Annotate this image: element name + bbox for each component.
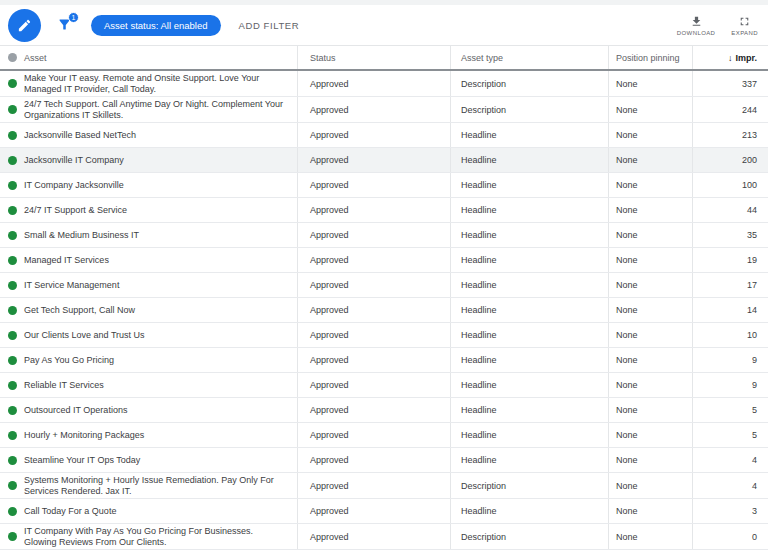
status-cell: Approved xyxy=(297,373,450,397)
asset-cell: 24/7 IT Support & Service xyxy=(0,198,297,222)
table-row[interactable]: Systems Monitoring + Hourly Issue Remedi… xyxy=(0,473,768,499)
asset-type-cell: Headline xyxy=(450,448,608,472)
filter-button[interactable]: 1 xyxy=(57,17,73,33)
column-header-status[interactable]: Status xyxy=(297,46,450,69)
impressions-value: 44 xyxy=(747,205,757,215)
impressions-value: 35 xyxy=(747,230,757,240)
impressions-cell: 4 xyxy=(692,473,768,498)
status-cell: Approved xyxy=(297,448,450,472)
asset-type-cell: Headline xyxy=(450,499,608,523)
asset-cell: Make Your IT easy. Remote and Onsite Sup… xyxy=(0,71,297,96)
asset-status-filter-chip[interactable]: Asset status: All enabled xyxy=(91,15,221,36)
table-row[interactable]: Outsourced IT Operations Approved Headli… xyxy=(0,398,768,423)
table-row[interactable]: Call Today For a Quote Approved Headline… xyxy=(0,499,768,524)
approved-status-dot-icon xyxy=(8,105,17,114)
position-pinning-value: None xyxy=(616,79,638,89)
table-row[interactable]: Our Clients Love and Trust Us Approved H… xyxy=(0,323,768,348)
impressions-value: 9 xyxy=(752,355,757,365)
approved-status-dot-icon xyxy=(8,131,17,140)
expand-label: EXPAND xyxy=(731,30,758,36)
approved-status-dot-icon xyxy=(8,156,17,165)
table-row[interactable]: Jacksonville IT Company Approved Headlin… xyxy=(0,148,768,173)
column-header-label: Position pinning xyxy=(616,53,680,63)
approved-status-dot-icon xyxy=(8,507,17,516)
edit-button[interactable] xyxy=(8,9,41,42)
status-value: Approved xyxy=(310,380,349,390)
status-value: Approved xyxy=(310,481,349,491)
position-pinning-value: None xyxy=(616,255,638,265)
table-row[interactable]: Reliable IT Services Approved Headline N… xyxy=(0,373,768,398)
asset-type-cell: Headline xyxy=(450,373,608,397)
status-cell: Approved xyxy=(297,223,450,247)
position-pinning-cell: None xyxy=(608,373,692,397)
approved-status-dot-icon xyxy=(8,281,17,290)
impressions-cell: 35 xyxy=(692,223,768,247)
table-row[interactable]: Get Tech Support, Call Now Approved Head… xyxy=(0,298,768,323)
asset-type-value: Headline xyxy=(461,130,497,140)
table-row[interactable]: Steamline Your IT Ops Today Approved Hea… xyxy=(0,448,768,473)
impressions-cell: 19 xyxy=(692,248,768,272)
table-row[interactable]: IT Company With Pay As You Go Pricing Fo… xyxy=(0,524,768,550)
status-cell: Approved xyxy=(297,148,450,172)
position-pinning-value: None xyxy=(616,481,638,491)
status-value: Approved xyxy=(310,305,349,315)
column-header-impressions[interactable]: ↓ Impr. xyxy=(692,46,768,69)
impressions-value: 213 xyxy=(742,130,757,140)
approved-status-dot-icon xyxy=(8,79,17,88)
asset-type-value: Headline xyxy=(461,455,497,465)
impressions-cell: 5 xyxy=(692,398,768,422)
status-value: Approved xyxy=(310,405,349,415)
table-row[interactable]: 24/7 IT Support & Service Approved Headl… xyxy=(0,198,768,223)
status-value: Approved xyxy=(310,430,349,440)
table-row[interactable]: Small & Medium Business IT Approved Head… xyxy=(0,223,768,248)
approved-status-dot-icon xyxy=(8,331,17,340)
asset-text: Make Your IT easy. Remote and Onsite Sup… xyxy=(24,73,283,94)
pencil-icon xyxy=(17,18,32,33)
impressions-cell: 5 xyxy=(692,423,768,447)
column-header-asset[interactable]: Asset xyxy=(0,46,297,69)
asset-type-cell: Headline xyxy=(450,123,608,147)
download-button[interactable]: DOWNLOAD xyxy=(677,15,716,36)
position-pinning-cell: None xyxy=(608,273,692,297)
position-pinning-cell: None xyxy=(608,524,692,549)
status-value: Approved xyxy=(310,255,349,265)
asset-type-cell: Headline xyxy=(450,173,608,197)
column-header-asset-type[interactable]: Asset type xyxy=(450,46,608,69)
table-row[interactable]: Make Your IT easy. Remote and Onsite Sup… xyxy=(0,71,768,97)
asset-type-cell: Headline xyxy=(450,148,608,172)
table-row[interactable]: Pay As You Go Pricing Approved Headline … xyxy=(0,348,768,373)
impressions-cell: 14 xyxy=(692,298,768,322)
asset-cell: IT Company With Pay As You Go Pricing Fo… xyxy=(0,524,297,549)
expand-button[interactable]: EXPAND xyxy=(731,15,758,36)
column-header-position-pinning[interactable]: Position pinning xyxy=(608,46,692,69)
status-cell: Approved xyxy=(297,173,450,197)
impressions-cell: 10 xyxy=(692,323,768,347)
impressions-value: 9 xyxy=(752,380,757,390)
table-header: Asset Status Asset type Position pinning… xyxy=(0,45,768,71)
position-pinning-cell: None xyxy=(608,248,692,272)
position-pinning-cell: None xyxy=(608,298,692,322)
table-row[interactable]: Jacksonville Based NetTech Approved Head… xyxy=(0,123,768,148)
impressions-value: 5 xyxy=(752,405,757,415)
impressions-cell: 0 xyxy=(692,524,768,549)
table-row[interactable]: Hourly + Monitoring Packages Approved He… xyxy=(0,423,768,448)
table-row[interactable]: IT Service Management Approved Headline … xyxy=(0,273,768,298)
table-row[interactable]: IT Company Jacksonville Approved Headlin… xyxy=(0,173,768,198)
table-row[interactable]: Managed IT Services Approved Headline No… xyxy=(0,248,768,273)
asset-type-cell: Headline xyxy=(450,323,608,347)
impressions-value: 3 xyxy=(752,506,757,516)
status-value: Approved xyxy=(310,506,349,516)
status-cell: Approved xyxy=(297,71,450,96)
asset-cell: Call Today For a Quote xyxy=(0,499,297,523)
impressions-value: 100 xyxy=(742,180,757,190)
status-cell: Approved xyxy=(297,423,450,447)
add-filter-button[interactable]: ADD FILTER xyxy=(239,20,300,31)
position-pinning-cell: None xyxy=(608,148,692,172)
asset-type-cell: Description xyxy=(450,524,608,549)
position-pinning-cell: None xyxy=(608,97,692,122)
asset-text: Jacksonville Based NetTech xyxy=(24,130,136,141)
status-value: Approved xyxy=(310,532,349,542)
asset-text: IT Company Jacksonville xyxy=(24,180,124,191)
asset-cell: Jacksonville IT Company xyxy=(0,148,297,172)
table-row[interactable]: 24/7 Tech Support. Call Anytime Day Or N… xyxy=(0,97,768,123)
